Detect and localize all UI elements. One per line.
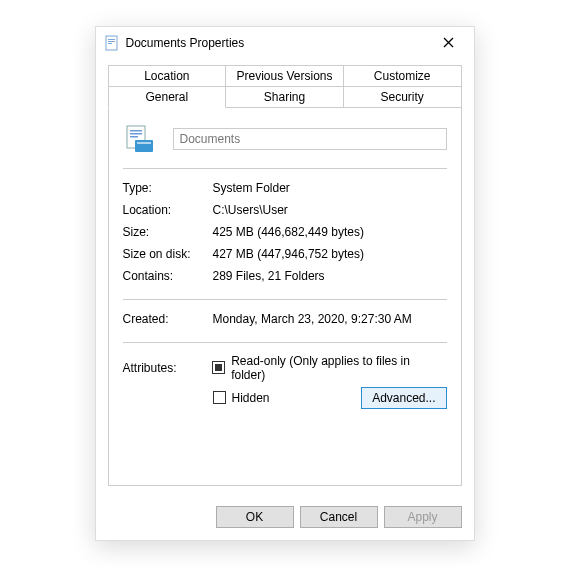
tab-sharing[interactable]: Sharing [225, 86, 344, 108]
window-title: Documents Properties [126, 36, 434, 50]
dialog-content: Location Previous Versions Customize Gen… [96, 59, 474, 496]
svg-rect-9 [130, 136, 138, 138]
separator [123, 168, 447, 169]
tab-panel-general: Type:System Folder Location:C:\Users\Use… [108, 108, 462, 486]
svg-rect-7 [130, 130, 142, 132]
close-icon [443, 37, 454, 48]
tab-general[interactable]: General [108, 86, 227, 108]
readonly-checkbox[interactable] [212, 361, 225, 374]
cancel-button[interactable]: Cancel [300, 506, 378, 528]
tab-customize[interactable]: Customize [343, 65, 462, 87]
separator [123, 342, 447, 343]
folder-name-input[interactable] [173, 128, 447, 150]
value-size-on-disk: 427 MB (447,946,752 bytes) [213, 247, 447, 261]
value-created: Monday, March 23, 2020, 9:27:30 AM [213, 312, 447, 326]
svg-rect-3 [108, 43, 112, 44]
value-size: 425 MB (446,682,449 bytes) [213, 225, 447, 239]
label-type: Type: [123, 181, 213, 195]
value-type: System Folder [213, 181, 447, 195]
tab-previous-versions[interactable]: Previous Versions [225, 65, 344, 87]
svg-rect-11 [137, 142, 151, 144]
separator [123, 299, 447, 300]
dialog-footer: OK Cancel Apply [96, 496, 474, 540]
label-location: Location: [123, 203, 213, 217]
label-created: Created: [123, 312, 213, 326]
ok-button[interactable]: OK [216, 506, 294, 528]
value-contains: 289 Files, 21 Folders [213, 269, 447, 283]
titlebar: Documents Properties [96, 27, 474, 59]
svg-rect-2 [108, 41, 115, 42]
hidden-label: Hidden [232, 391, 270, 405]
folder-document-icon [123, 122, 157, 156]
advanced-button[interactable]: Advanced... [361, 387, 446, 409]
tab-location[interactable]: Location [108, 65, 227, 87]
label-size: Size: [123, 225, 213, 239]
tab-strip: Location Previous Versions Customize Gen… [108, 65, 462, 108]
svg-rect-10 [135, 140, 153, 152]
svg-rect-8 [130, 133, 142, 135]
label-size-on-disk: Size on disk: [123, 247, 213, 261]
tab-security[interactable]: Security [343, 86, 462, 108]
readonly-label: Read-only (Only applies to files in fold… [231, 354, 446, 382]
value-location: C:\Users\User [213, 203, 447, 217]
hidden-checkbox[interactable] [213, 391, 226, 404]
document-icon [104, 35, 120, 51]
label-contains: Contains: [123, 269, 213, 283]
label-attributes: Attributes: [123, 361, 213, 375]
close-button[interactable] [434, 32, 464, 54]
apply-button[interactable]: Apply [384, 506, 462, 528]
properties-dialog: Documents Properties Location Previous V… [95, 26, 475, 541]
svg-rect-1 [108, 39, 115, 40]
